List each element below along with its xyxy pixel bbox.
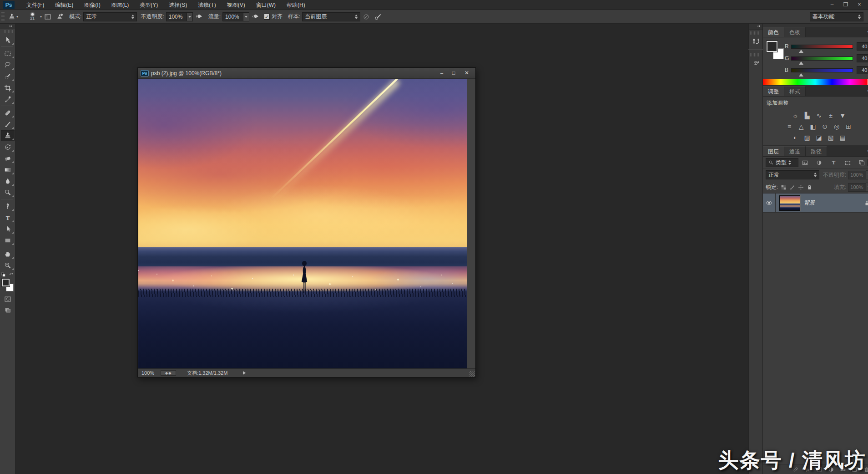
document-viewport[interactable]	[138, 79, 475, 369]
slider-thumb[interactable]	[799, 61, 803, 65]
channel-value-r[interactable]: 40	[857, 42, 868, 51]
menu-item-7[interactable]: 滤镜(T)	[192, 0, 221, 10]
layers-tab-3[interactable]: 路径	[806, 146, 827, 156]
levels-icon[interactable]: ▙	[801, 111, 813, 120]
color-spectrum-ramp[interactable]	[763, 79, 868, 85]
layer-thumbnail[interactable]	[779, 195, 800, 211]
layer-row-背景[interactable]: 背景	[763, 194, 868, 213]
slider-thumb[interactable]	[799, 73, 803, 76]
dock-collapse-bar[interactable]	[749, 24, 762, 30]
opacity-caret[interactable]	[187, 12, 193, 21]
history-brush-tool[interactable]	[1, 141, 15, 153]
eyedropper-tool[interactable]	[1, 93, 15, 105]
color-tab-2[interactable]: 色板	[784, 27, 806, 37]
ignore-adjustment-layers-icon[interactable]	[361, 12, 371, 22]
status-menu-arrow-icon[interactable]	[243, 371, 246, 375]
channel-slider-b[interactable]	[791, 68, 853, 72]
zoom-tool[interactable]	[1, 260, 15, 271]
layer-visibility-toggle[interactable]	[763, 194, 776, 212]
airbrush-toggle-icon[interactable]	[250, 12, 260, 22]
blend-mode-select[interactable]: 正常	[83, 12, 137, 21]
zoom-level[interactable]: 100%	[141, 370, 154, 376]
adjustments-tab-1[interactable]: 调整	[763, 86, 784, 96]
quick-selection-tool[interactable]	[1, 71, 15, 82]
channel-mixer-icon[interactable]: ◎	[831, 122, 843, 131]
pen-tool[interactable]	[1, 200, 15, 212]
layers-tab-2[interactable]: 通道	[784, 146, 806, 156]
color-tab-1[interactable]: 颜色	[763, 27, 784, 37]
lock-transparent-button[interactable]	[780, 183, 787, 191]
tool-preset-picker[interactable]: ▾	[7, 12, 20, 22]
selective-color-icon[interactable]: ▤	[837, 133, 848, 142]
curves-icon[interactable]: ∿	[813, 111, 825, 120]
brush-preset-picker[interactable]: 21	[25, 11, 39, 22]
adjustment-filter-icon[interactable]	[815, 159, 823, 167]
path-selection-tool[interactable]	[1, 223, 15, 234]
minimize-button[interactable]: –	[825, 1, 839, 9]
spot-healing-brush-tool[interactable]	[1, 107, 15, 118]
shape-filter-icon[interactable]	[844, 159, 852, 167]
move-tool[interactable]	[1, 34, 15, 46]
foreground-color-swatch[interactable]	[2, 279, 10, 286]
menu-item-3[interactable]: 图像(I)	[79, 0, 106, 10]
status-widget[interactable]: ◆◆	[161, 370, 176, 376]
default-colors-icon[interactable]	[1, 272, 6, 278]
color-balance-icon[interactable]: △	[795, 122, 807, 131]
dock-top-bar[interactable]: ▸	[763, 24, 868, 27]
lock-all-button[interactable]	[806, 183, 813, 191]
gradient-tool[interactable]	[1, 164, 15, 175]
lasso-tool[interactable]	[1, 59, 15, 71]
menu-item-5[interactable]: 类型(Y)	[134, 0, 163, 10]
restore-button[interactable]: ❐	[839, 1, 853, 9]
menu-item-1[interactable]: 文件(F)	[21, 0, 50, 10]
history-panel-button[interactable]	[750, 36, 762, 47]
spectrum-gradient[interactable]	[763, 79, 868, 85]
menu-item-2[interactable]: 编辑(E)	[50, 0, 79, 10]
sample-select[interactable]: 当前图层	[302, 12, 360, 21]
black-white-icon[interactable]: ◧	[807, 122, 819, 131]
menu-item-6[interactable]: 选择(S)	[163, 0, 192, 10]
document-title-bar[interactable]: Ps psb (2).jpg @ 100%(RGB/8*) – □ ✕	[138, 68, 475, 79]
close-button[interactable]: ×	[853, 1, 866, 9]
screen-mode-button[interactable]	[4, 306, 11, 314]
toggle-clone-source-button[interactable]	[55, 12, 65, 22]
canvas-image[interactable]	[138, 79, 467, 368]
eraser-tool[interactable]	[1, 153, 15, 164]
properties-panel-button[interactable]	[750, 57, 762, 69]
channel-value-b[interactable]: 40	[857, 66, 868, 74]
hand-tool[interactable]	[1, 248, 15, 260]
quick-mask-button[interactable]	[4, 296, 11, 303]
pixel-filter-icon[interactable]	[801, 159, 809, 167]
menu-item-4[interactable]: 图层(L)	[106, 0, 135, 10]
adjustments-tab-2[interactable]: 样式	[784, 86, 806, 96]
channel-value-g[interactable]: 40	[857, 54, 868, 62]
align-checkbox[interactable]: ✓	[264, 14, 270, 20]
dodge-tool[interactable]	[1, 187, 15, 198]
type-tool[interactable]: T	[1, 212, 15, 223]
photo-filter-icon[interactable]: ⊙	[819, 122, 831, 131]
channel-slider-r[interactable]	[791, 45, 853, 49]
hue-saturation-icon[interactable]: ≡	[783, 122, 795, 131]
layer-name[interactable]: 背景	[804, 199, 864, 207]
doc-close-button[interactable]: ✕	[460, 70, 474, 77]
exposure-icon[interactable]: ±	[825, 111, 837, 120]
invert-icon[interactable]: ◐	[789, 133, 801, 142]
posterize-icon[interactable]: ▨	[801, 133, 813, 142]
flow-caret[interactable]	[243, 12, 249, 21]
doc-minimize-button[interactable]: –	[436, 70, 447, 77]
tablet-pressure-icon[interactable]	[373, 12, 383, 22]
rectangular-marquee-tool[interactable]	[1, 48, 15, 59]
color-lookup-icon[interactable]: ⊞	[843, 122, 854, 131]
resize-grip[interactable]	[469, 371, 475, 377]
menu-item-8[interactable]: 视图(V)	[222, 0, 251, 10]
brightness-contrast-icon[interactable]: ☼	[789, 111, 801, 120]
slider-thumb[interactable]	[799, 50, 803, 53]
doc-maximize-button[interactable]: □	[448, 70, 459, 77]
clone-stamp-tool[interactable]	[1, 130, 15, 141]
toolbar-collapse-bar[interactable]	[0, 24, 15, 29]
crop-tool[interactable]	[1, 82, 15, 93]
rectangle-tool[interactable]	[1, 234, 15, 246]
foreground-swatch[interactable]	[767, 41, 777, 52]
filter-type-select[interactable]: 类型	[766, 158, 798, 167]
threshold-icon[interactable]: ◪	[813, 133, 825, 142]
